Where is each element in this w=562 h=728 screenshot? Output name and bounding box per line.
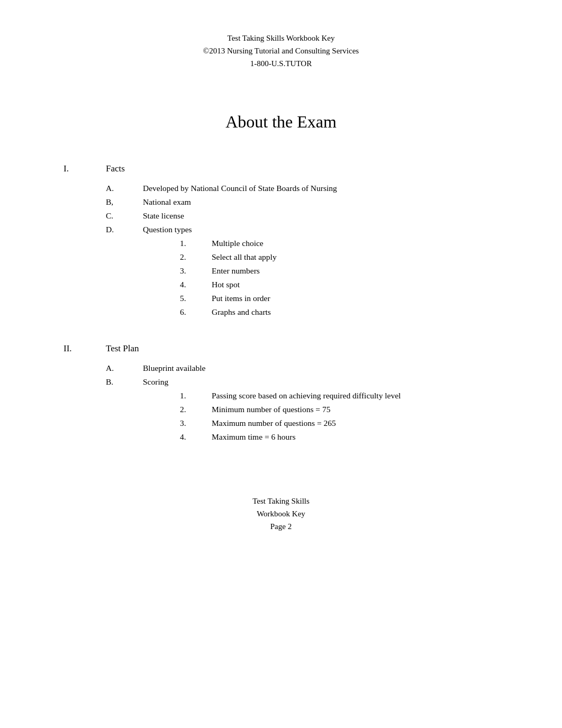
- section-numeral-0: I.: [64, 163, 106, 174]
- sub-item-number-0-3-3: 4.: [180, 280, 212, 289]
- subsection-0-0: A.Developed by National Council of State…: [64, 184, 498, 193]
- sub-item-text-1-1-3: Maximum time = 6 hours: [212, 432, 498, 442]
- sub-item-number-0-3-0: 1.: [180, 239, 212, 248]
- page-header: Test Taking Skills Workbook Key ©2013 Nu…: [64, 32, 498, 70]
- sub-item-text-1-1-0: Passing score based on achieving require…: [212, 391, 498, 401]
- sub-item-0-3-3: 4.Hot spot: [64, 280, 498, 289]
- subsection-text-0-0: Developed by National Council of State B…: [143, 184, 498, 193]
- subsection-text-0-1: National exam: [143, 197, 498, 207]
- subsection-letter-0-1: B,: [106, 197, 143, 207]
- header-line1: Test Taking Skills Workbook Key: [64, 32, 498, 44]
- subsection-text-1-0: Blueprint available: [143, 363, 498, 373]
- subsection-letter-0-2: C.: [106, 211, 143, 221]
- subsection-text-0-2: State license: [143, 211, 498, 221]
- sub-item-text-1-1-2: Maximum number of questions = 265: [212, 418, 498, 428]
- sections-container: I.FactsA.Developed by National Council o…: [64, 163, 498, 442]
- sub-item-1-1-0: 1.Passing score based on achieving requi…: [64, 391, 498, 401]
- subsection-letter-0-3: D.: [106, 225, 143, 234]
- section-numeral-1: II.: [64, 343, 106, 354]
- sub-item-number-0-3-1: 2.: [180, 252, 212, 262]
- page-footer: Test Taking Skills Workbook Key Page 2: [64, 495, 498, 533]
- subsection-letter-1-0: A.: [106, 363, 143, 373]
- sub-item-number-1-1-0: 1.: [180, 391, 212, 401]
- section-heading-1: II.Test Plan: [64, 343, 498, 354]
- header-line3: 1-800-U.S.TUTOR: [64, 57, 498, 70]
- sub-item-text-0-3-3: Hot spot: [212, 280, 498, 289]
- section-title-0: Facts: [106, 163, 125, 174]
- subsection-0-1: B,National exam: [64, 197, 498, 207]
- sub-item-text-0-3-2: Enter numbers: [212, 266, 498, 276]
- subsection-text-1-1: Scoring: [143, 377, 498, 387]
- page: Test Taking Skills Workbook Key ©2013 Nu…: [0, 0, 562, 728]
- footer-line3: Page 2: [64, 520, 498, 533]
- sub-item-text-0-3-1: Select all that apply: [212, 252, 498, 262]
- footer-line1: Test Taking Skills: [64, 495, 498, 507]
- sub-item-number-1-1-2: 3.: [180, 418, 212, 428]
- sub-item-number-0-3-5: 6.: [180, 307, 212, 317]
- sub-item-1-1-1: 2.Minimum number of questions = 75: [64, 405, 498, 414]
- sub-item-number-1-1-3: 4.: [180, 432, 212, 442]
- footer-line2: Workbook Key: [64, 507, 498, 520]
- subsection-1-0: A.Blueprint available: [64, 363, 498, 373]
- sub-item-0-3-4: 5.Put items in order: [64, 294, 498, 303]
- sub-item-0-3-5: 6.Graphs and charts: [64, 307, 498, 317]
- sub-item-number-0-3-2: 3.: [180, 266, 212, 276]
- sub-item-text-0-3-4: Put items in order: [212, 294, 498, 303]
- sub-item-text-1-1-1: Minimum number of questions = 75: [212, 405, 498, 414]
- sub-item-0-3-0: 1.Multiple choice: [64, 239, 498, 248]
- sub-item-number-1-1-1: 2.: [180, 405, 212, 414]
- page-title: About the Exam: [64, 112, 498, 132]
- subsection-0-2: C.State license: [64, 211, 498, 221]
- sub-item-1-1-2: 3.Maximum number of questions = 265: [64, 418, 498, 428]
- section-title-1: Test Plan: [106, 343, 139, 354]
- subsection-letter-0-0: A.: [106, 184, 143, 193]
- subsection-1-1: B.Scoring: [64, 377, 498, 387]
- sub-item-1-1-3: 4.Maximum time = 6 hours: [64, 432, 498, 442]
- sub-item-0-3-2: 3.Enter numbers: [64, 266, 498, 276]
- subsection-text-0-3: Question types: [143, 225, 498, 234]
- section-heading-0: I.Facts: [64, 163, 498, 174]
- section-0: I.FactsA.Developed by National Council o…: [64, 163, 498, 317]
- header-line2: ©2013 Nursing Tutorial and Consulting Se…: [64, 44, 498, 57]
- sub-item-0-3-1: 2.Select all that apply: [64, 252, 498, 262]
- section-1: II.Test PlanA.Blueprint availableB.Scori…: [64, 343, 498, 442]
- sub-item-text-0-3-0: Multiple choice: [212, 239, 498, 248]
- subsection-letter-1-1: B.: [106, 377, 143, 387]
- sub-item-text-0-3-5: Graphs and charts: [212, 307, 498, 317]
- subsection-0-3: D.Question types: [64, 225, 498, 234]
- sub-item-number-0-3-4: 5.: [180, 294, 212, 303]
